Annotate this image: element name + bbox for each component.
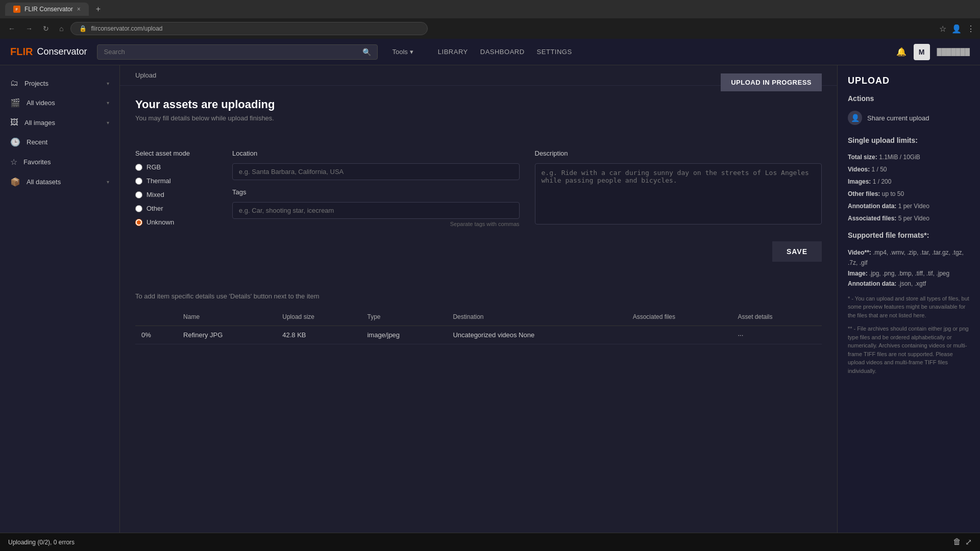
back-button[interactable]: ← bbox=[5, 22, 18, 35]
tags-input[interactable] bbox=[232, 202, 520, 219]
main-container: 🗂 Projects ▾ 🎬 All videos ▾ 🖼 All images… bbox=[0, 65, 980, 533]
app-logo: FLIR Conservator bbox=[10, 46, 87, 58]
radio-other[interactable]: Other bbox=[135, 205, 217, 212]
recent-icon: 🕒 bbox=[10, 137, 20, 147]
forward-button[interactable]: → bbox=[22, 22, 36, 35]
sidebar-item-recent[interactable]: 🕒 Recent bbox=[0, 132, 119, 152]
limit-other-files-value: up to 50 bbox=[882, 190, 904, 197]
browser-tab[interactable]: F FLIR Conservator × bbox=[5, 3, 89, 16]
notification-icon[interactable]: 🔔 bbox=[896, 47, 906, 57]
sidebar-item-projects[interactable]: 🗂 Projects ▾ bbox=[0, 73, 119, 93]
radio-other-input[interactable] bbox=[135, 205, 142, 212]
annotation-formats-text: .json, .xgtf bbox=[898, 280, 926, 287]
tools-button[interactable]: Tools ▾ bbox=[388, 46, 417, 58]
tab-title: FLIR Conservator bbox=[24, 6, 73, 13]
share-upload-action[interactable]: 👤 Share current upload bbox=[848, 108, 970, 128]
tags-label: Tags bbox=[232, 188, 520, 196]
radio-mixed[interactable]: Mixed bbox=[135, 191, 217, 198]
table-header-upload-size: Upload size bbox=[276, 308, 361, 326]
address-text[interactable]: flirconservator.com/upload bbox=[91, 25, 162, 32]
content-area: Upload Your assets are uploading You may… bbox=[120, 65, 837, 533]
limit-other-files-key: Other files: bbox=[848, 190, 880, 197]
nav-library-link[interactable]: LIBRARY bbox=[438, 48, 468, 56]
upload-progress-bar: Uploading (0/2), 0 errors bbox=[8, 538, 947, 546]
sidebar-label-projects: Projects bbox=[24, 80, 48, 87]
row-destination: Uncategorized videos None bbox=[447, 326, 626, 344]
note2-text: ** - File archives should contain either… bbox=[848, 324, 970, 375]
refresh-button[interactable]: ↻ bbox=[40, 22, 52, 35]
asset-mode-section: Select asset mode RGB Thermal bbox=[135, 149, 217, 227]
form-section: Select asset mode RGB Thermal bbox=[135, 149, 822, 227]
limit-images: Images: 1 / 200 bbox=[848, 177, 970, 186]
expand-icon[interactable]: ⤢ bbox=[965, 537, 972, 547]
radio-thermal-input[interactable] bbox=[135, 178, 142, 185]
new-tab-button[interactable]: + bbox=[93, 4, 104, 15]
sidebar-item-favorites[interactable]: ☆ Favorites bbox=[0, 152, 119, 172]
radio-rgb-input[interactable] bbox=[135, 164, 142, 171]
images-icon: 🖼 bbox=[10, 118, 18, 127]
radio-other-label: Other bbox=[146, 205, 163, 212]
radio-unknown[interactable]: Unknown bbox=[135, 218, 217, 226]
page-title: Your assets are uploading bbox=[135, 98, 275, 111]
location-label: Location bbox=[232, 149, 520, 157]
row-asset-details[interactable]: ··· bbox=[731, 326, 822, 344]
image-label: Image: bbox=[848, 270, 869, 277]
search-bar[interactable]: 🔍 bbox=[97, 44, 378, 60]
table-header-progress bbox=[135, 308, 177, 326]
search-input[interactable] bbox=[104, 48, 358, 56]
panel-title: UPLOAD bbox=[848, 76, 970, 86]
annotation-formats: Annotation data: .json, .xgtf bbox=[848, 279, 970, 289]
upload-status-text: Uploading (0/2), 0 errors bbox=[8, 539, 75, 546]
radio-thermal[interactable]: Thermal bbox=[135, 177, 217, 185]
radio-unknown-label: Unknown bbox=[146, 218, 174, 226]
nav-settings-link[interactable]: SETTINGS bbox=[537, 48, 572, 56]
radio-mixed-input[interactable] bbox=[135, 191, 142, 198]
status-bar: Uploading (0/2), 0 errors 🗑 ⤢ bbox=[0, 533, 980, 551]
extensions-icon[interactable]: ⋮ bbox=[967, 24, 975, 34]
limit-total-size-value: 1.1MiB / 10GiB bbox=[879, 154, 920, 161]
videos-icon: 🎬 bbox=[10, 98, 20, 108]
radio-rgb[interactable]: RGB bbox=[135, 163, 217, 171]
tags-section: Tags Separate tags with commas bbox=[232, 188, 520, 227]
sidebar-item-all-videos[interactable]: 🎬 All videos ▾ bbox=[0, 93, 119, 113]
delete-icon[interactable]: 🗑 bbox=[953, 537, 961, 547]
datasets-icon: 📦 bbox=[10, 177, 20, 187]
table-header-name: Name bbox=[177, 308, 276, 326]
image-formats-text: .jpg, .png, .bmp, .tiff, .tif, .jpeg bbox=[869, 270, 949, 277]
chevron-down-icon: ▾ bbox=[107, 100, 109, 106]
sidebar-item-all-images[interactable]: 🖼 All images ▾ bbox=[0, 113, 119, 132]
profile-icon[interactable]: 👤 bbox=[951, 24, 962, 34]
limit-associated-key: Associated files: bbox=[848, 215, 896, 222]
save-button[interactable]: SAVE bbox=[772, 241, 822, 262]
page-body: Your assets are uploading You may fill d… bbox=[120, 86, 837, 357]
radio-unknown-input[interactable] bbox=[135, 219, 142, 226]
location-input[interactable] bbox=[232, 163, 520, 180]
right-panel: UPLOAD Actions 👤 Share current upload Si… bbox=[837, 65, 980, 533]
nav-dashboard-link[interactable]: DASHBOARD bbox=[480, 48, 525, 56]
limit-associated-value: 5 per Video bbox=[898, 215, 929, 222]
status-actions: 🗑 ⤢ bbox=[953, 537, 972, 547]
limit-images-value: 1 / 200 bbox=[873, 178, 892, 185]
table-header-type: Type bbox=[361, 308, 447, 326]
home-button[interactable]: ⌂ bbox=[56, 22, 66, 35]
sidebar: 🗂 Projects ▾ 🎬 All videos ▾ 🖼 All images… bbox=[0, 65, 120, 533]
sidebar-label-recent: Recent bbox=[27, 138, 47, 146]
sidebar-label-all-videos: All videos bbox=[27, 99, 55, 107]
close-tab-icon[interactable]: × bbox=[77, 6, 81, 13]
row-upload-size: 42.8 KB bbox=[276, 326, 361, 344]
browser-chrome: F FLIR Conservator × + bbox=[0, 0, 980, 18]
sidebar-item-all-datasets[interactable]: 📦 All datasets ▾ bbox=[0, 172, 119, 192]
radio-rgb-label: RGB bbox=[146, 163, 161, 171]
limit-total-size-key: Total size: bbox=[848, 154, 877, 161]
table-row: 0% Refinery JPG 42.8 KB image/jpeg Uncat… bbox=[135, 326, 822, 344]
user-name: ███████ bbox=[937, 48, 970, 56]
favicon-icon: F bbox=[13, 6, 20, 13]
bookmark-icon[interactable]: ☆ bbox=[939, 24, 946, 34]
note1-text: * - You can upload and store all types o… bbox=[848, 294, 970, 320]
address-bar[interactable]: 🔒 flirconservator.com/upload bbox=[70, 22, 428, 35]
video-formats: Video**: .mp4, .wmv, .zip, .tar, .tar.gz… bbox=[848, 247, 970, 268]
avatar[interactable]: M bbox=[914, 44, 930, 60]
description-textarea[interactable] bbox=[535, 163, 822, 224]
single-upload-limits-label: Single upload limits: bbox=[848, 136, 970, 144]
tools-label: Tools bbox=[392, 48, 407, 56]
